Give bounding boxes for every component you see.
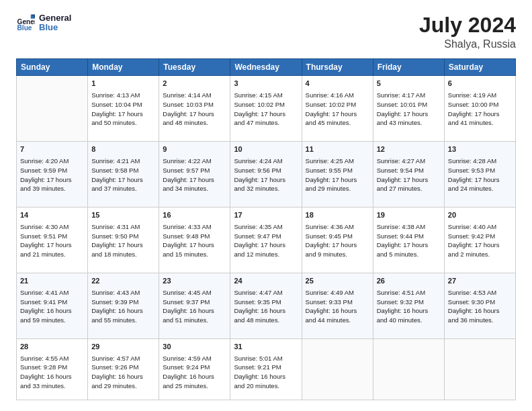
location: Shalya, Russia	[419, 38, 516, 50]
cell-content: 12Sunrise: 4:27 AMSunset: 9:54 PMDayligh…	[377, 144, 441, 193]
day-number: 11	[306, 144, 369, 155]
day-number: 6	[448, 79, 512, 89]
day-number: 15	[91, 210, 155, 221]
calendar-cell: 9Sunrise: 4:22 AMSunset: 9:57 PMDaylight…	[159, 142, 230, 208]
calendar-week-5: 28Sunrise: 4:55 AMSunset: 9:28 PMDayligh…	[17, 338, 516, 400]
cell-line: Sunset: 9:57 PM	[163, 166, 226, 175]
calendar-cell	[17, 76, 88, 142]
day-number: 16	[163, 210, 226, 221]
cell-line: Sunset: 10:00 PM	[448, 100, 512, 109]
calendar-cell: 1Sunrise: 4:13 AMSunset: 10:04 PMDayligh…	[88, 76, 159, 142]
calendar-cell: 3Sunrise: 4:15 AMSunset: 10:02 PMDayligh…	[230, 76, 302, 142]
cell-content: 28Sunrise: 4:55 AMSunset: 9:28 PMDayligh…	[20, 342, 84, 391]
cell-content: 23Sunrise: 4:45 AMSunset: 9:37 PMDayligh…	[163, 276, 226, 325]
calendar-cell: 7Sunrise: 4:20 AMSunset: 9:59 PMDaylight…	[17, 142, 88, 208]
cell-line: Daylight: 17 hours	[163, 175, 226, 185]
cell-line: and 33 minutes.	[20, 381, 84, 391]
cell-line: Daylight: 17 hours	[448, 109, 512, 119]
cell-content: 31Sunrise: 5:01 AMSunset: 9:21 PMDayligh…	[234, 342, 298, 391]
column-headers: Sunday Monday Tuesday Wednesday Thursday…	[17, 59, 516, 76]
cell-line: Daylight: 17 hours	[20, 175, 84, 185]
day-number: 7	[20, 144, 84, 155]
cell-line: Daylight: 16 hours	[234, 372, 298, 381]
cell-line: and 15 minutes.	[163, 250, 226, 259]
day-number: 21	[20, 276, 84, 287]
day-number: 14	[20, 210, 84, 221]
calendar-cell: 14Sunrise: 4:30 AMSunset: 9:51 PMDayligh…	[17, 207, 88, 273]
cell-line: Sunrise: 4:33 AM	[163, 222, 226, 232]
cell-line: and 29 minutes.	[306, 184, 369, 193]
cell-line: Daylight: 17 hours	[234, 109, 298, 119]
cell-content: 26Sunrise: 4:51 AMSunset: 9:32 PMDayligh…	[377, 276, 441, 325]
cell-line: Daylight: 17 hours	[448, 175, 512, 185]
cell-line: Sunrise: 4:13 AM	[91, 91, 155, 100]
cell-line: Sunrise: 4:19 AM	[448, 91, 512, 100]
cell-line: and 39 minutes.	[20, 184, 84, 193]
cell-line: and 2 minutes.	[448, 250, 512, 259]
cell-content: 15Sunrise: 4:31 AMSunset: 9:50 PMDayligh…	[91, 210, 155, 259]
cell-line: Daylight: 17 hours	[163, 109, 226, 119]
calendar-cell: 18Sunrise: 4:36 AMSunset: 9:45 PMDayligh…	[302, 207, 373, 273]
col-tuesday: Tuesday	[159, 59, 230, 76]
cell-line: Daylight: 16 hours	[91, 372, 155, 381]
cell-line: Daylight: 17 hours	[163, 240, 226, 250]
cell-line: Sunset: 9:50 PM	[91, 232, 155, 241]
calendar-cell: 12Sunrise: 4:27 AMSunset: 9:54 PMDayligh…	[373, 142, 444, 208]
cell-line: Sunrise: 4:31 AM	[91, 222, 155, 232]
cell-line: Sunrise: 4:24 AM	[234, 156, 298, 166]
cell-line: Daylight: 17 hours	[377, 175, 441, 185]
col-sunday: Sunday	[17, 59, 88, 76]
cell-content: 20Sunrise: 4:40 AMSunset: 9:42 PMDayligh…	[448, 210, 512, 259]
cell-line: Daylight: 17 hours	[91, 240, 155, 250]
cell-content: 8Sunrise: 4:21 AMSunset: 9:58 PMDaylight…	[91, 144, 155, 193]
day-number: 24	[234, 276, 298, 287]
calendar-cell: 13Sunrise: 4:28 AMSunset: 9:53 PMDayligh…	[444, 142, 515, 208]
calendar-week-4: 21Sunrise: 4:41 AMSunset: 9:41 PMDayligh…	[17, 273, 516, 338]
col-thursday: Thursday	[302, 59, 373, 76]
cell-line: Sunrise: 4:49 AM	[306, 288, 369, 298]
day-number: 9	[163, 144, 226, 155]
cell-line: Sunrise: 4:16 AM	[306, 91, 369, 100]
cell-content: 7Sunrise: 4:20 AMSunset: 9:59 PMDaylight…	[20, 144, 84, 193]
cell-line: and 59 minutes.	[20, 316, 84, 325]
day-number: 18	[306, 210, 369, 221]
calendar-cell: 19Sunrise: 4:38 AMSunset: 9:44 PMDayligh…	[373, 207, 444, 273]
calendar-cell: 30Sunrise: 4:59 AMSunset: 9:24 PMDayligh…	[159, 338, 230, 400]
cell-content: 5Sunrise: 4:17 AMSunset: 10:01 PMDayligh…	[377, 79, 441, 128]
cell-line: Sunrise: 4:51 AM	[377, 288, 441, 298]
cell-line: Sunset: 9:53 PM	[448, 166, 512, 175]
day-number: 23	[163, 276, 226, 287]
day-number: 31	[234, 342, 298, 353]
cell-content: 9Sunrise: 4:22 AMSunset: 9:57 PMDaylight…	[163, 144, 226, 193]
calendar-week-3: 14Sunrise: 4:30 AMSunset: 9:51 PMDayligh…	[17, 207, 516, 273]
day-number: 4	[306, 79, 369, 89]
cell-line: and 5 minutes.	[377, 250, 441, 259]
cell-line: Sunset: 9:33 PM	[306, 298, 369, 307]
calendar-week-2: 7Sunrise: 4:20 AMSunset: 9:59 PMDaylight…	[17, 142, 516, 208]
cell-line: Sunset: 9:59 PM	[20, 166, 84, 175]
cell-line: Sunset: 9:48 PM	[163, 232, 226, 241]
cell-line: Sunset: 9:39 PM	[91, 298, 155, 307]
cell-content: 17Sunrise: 4:35 AMSunset: 9:47 PMDayligh…	[234, 210, 298, 259]
cell-line: Sunset: 9:42 PM	[448, 232, 512, 241]
logo-icon: General Blue	[16, 13, 35, 32]
cell-content: 30Sunrise: 4:59 AMSunset: 9:24 PMDayligh…	[163, 342, 226, 391]
calendar-cell: 31Sunrise: 5:01 AMSunset: 9:21 PMDayligh…	[230, 338, 302, 400]
day-number: 3	[234, 79, 298, 89]
calendar-cell: 6Sunrise: 4:19 AMSunset: 10:00 PMDayligh…	[444, 76, 515, 142]
calendar-cell: 2Sunrise: 4:14 AMSunset: 10:03 PMDayligh…	[159, 76, 230, 142]
cell-line: Sunset: 9:28 PM	[20, 363, 84, 372]
calendar-cell: 15Sunrise: 4:31 AMSunset: 9:50 PMDayligh…	[88, 207, 159, 273]
cell-line: Daylight: 16 hours	[91, 306, 155, 316]
cell-line: Daylight: 16 hours	[306, 306, 369, 316]
cell-content: 25Sunrise: 4:49 AMSunset: 9:33 PMDayligh…	[306, 276, 369, 325]
cell-line: Daylight: 17 hours	[306, 109, 369, 119]
cell-content: 2Sunrise: 4:14 AMSunset: 10:03 PMDayligh…	[163, 79, 226, 128]
day-number: 17	[234, 210, 298, 221]
calendar-cell: 23Sunrise: 4:45 AMSunset: 9:37 PMDayligh…	[159, 273, 230, 338]
day-number: 19	[377, 210, 441, 221]
cell-content: 6Sunrise: 4:19 AMSunset: 10:00 PMDayligh…	[448, 79, 512, 128]
calendar-week-1: 1Sunrise: 4:13 AMSunset: 10:04 PMDayligh…	[17, 76, 516, 142]
cell-line: Daylight: 17 hours	[377, 240, 441, 250]
cell-line: Sunset: 9:45 PM	[306, 232, 369, 241]
